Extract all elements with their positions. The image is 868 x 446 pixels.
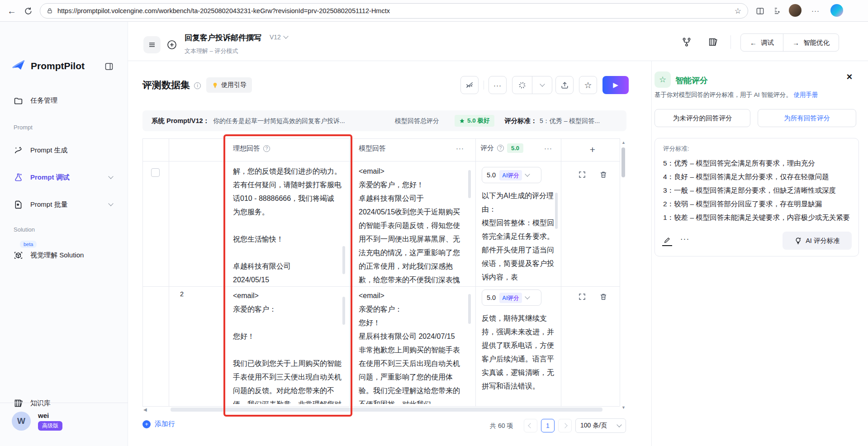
avatar: W	[12, 412, 31, 431]
sidebar-item-task-management[interactable]: 任务管理	[0, 91, 128, 109]
prev-page-button[interactable]	[524, 419, 537, 432]
cell-scrollbar[interactable]	[468, 170, 471, 198]
browser-back-icon[interactable]: ←	[5, 5, 18, 17]
info-icon[interactable]: i	[194, 82, 201, 89]
page-1-button[interactable]: 1	[541, 419, 555, 432]
cell-scrollbar[interactable]	[342, 297, 345, 325]
magic-dropdown-button[interactable]	[532, 76, 552, 94]
version-tree-icon[interactable]	[681, 36, 693, 48]
chevron-down-icon	[283, 33, 288, 38]
url-text[interactable]: https://promptpilot.volcengine.com/workb…	[57, 7, 730, 14]
close-icon[interactable]: ×	[844, 71, 855, 83]
row-checkbox[interactable]	[151, 168, 160, 177]
browser-refresh-icon[interactable]	[22, 5, 34, 17]
page-subtitle: 文本理解 – 评分模式	[185, 47, 238, 55]
guide-chip[interactable]: 使用引导	[206, 77, 252, 93]
cell-scrollbar[interactable]	[342, 246, 345, 274]
cell-scrollbar[interactable]	[468, 294, 471, 324]
ai-criteria-button[interactable]: AI 评分标准	[783, 232, 852, 250]
cell-scrollbar[interactable]	[555, 193, 558, 229]
hide-columns-button[interactable]	[460, 76, 479, 94]
smart-score-title: 智能评分	[675, 75, 708, 86]
run-button[interactable]: ▶	[602, 76, 629, 94]
debug-button[interactable]: ← 调试	[741, 34, 783, 51]
delete-row-icon[interactable]	[598, 291, 609, 302]
version-select[interactable]: V12	[270, 33, 288, 41]
copilot-icon[interactable]	[830, 4, 843, 17]
sidebar-item-prompt-gen[interactable]: Prompt 生成	[0, 141, 128, 159]
sidebar-item-label: Prompt 批量	[30, 200, 68, 209]
score-reason-cell[interactable]: 反馈，期待其继续支持，强调未来改进，并提供了联系电话，方便客户后续沟通。语言平实…	[482, 312, 556, 404]
vertical-scrollbar[interactable]	[621, 147, 625, 177]
main-header: 回复客户投诉邮件撰写 V12 文本理解 – 评分模式 ← 调试 → 智能优化	[128, 22, 868, 61]
vscroll-down-icon[interactable]: ▼	[621, 405, 626, 410]
model-answer-header[interactable]: 模型回答	[359, 144, 386, 153]
expand-row-icon[interactable]	[577, 169, 588, 180]
hscroll-left-icon[interactable]: ◀	[143, 407, 147, 412]
score-select[interactable]: 5.0 AI评分	[482, 289, 541, 306]
cube-scan-icon	[14, 251, 23, 260]
library-icon[interactable]	[707, 36, 719, 48]
optimize-button[interactable]: → 智能优化	[783, 34, 839, 51]
model-answer-cell[interactable]: <email> 亲爱的客户： 您好！ 星辰科技有限公司 2024/07/15 非…	[359, 289, 466, 404]
score-select[interactable]: 5.0 AI评分	[482, 167, 541, 183]
bookmark-star-icon[interactable]: ☆	[735, 6, 741, 16]
add-row-button[interactable]: + 添加行	[142, 420, 175, 428]
user-card[interactable]: W wei 高级版	[12, 412, 62, 431]
ai-criteria-button-label: AI 评分标准	[806, 237, 840, 245]
version-label: V12	[270, 33, 281, 41]
upload-button[interactable]	[555, 76, 574, 94]
model-header-more-icon[interactable]: ···	[456, 144, 464, 152]
criteria-line: 5：优秀 – 模型回答完全满足所有要求，理由充分	[663, 157, 850, 170]
ideal-answer-cell[interactable]: 解，您的反馈是我们进步的动力。若有任何疑问，请随时拨打客服电话010 - 888…	[233, 165, 342, 285]
total-score-label: 模型回答总评分	[395, 117, 439, 125]
table-more-button[interactable]: ···	[489, 76, 507, 94]
menu-button[interactable]	[143, 36, 161, 53]
criteria-more-icon[interactable]: ···	[680, 235, 689, 243]
favorites-bar-icon[interactable]	[772, 5, 783, 16]
split-screen-icon[interactable]	[754, 5, 765, 16]
chevron-down-icon[interactable]	[108, 201, 113, 206]
star-plus-icon: ☆	[659, 75, 666, 85]
sidebar-item-knowledge-base[interactable]: 知识库	[0, 394, 128, 412]
chevron-down-icon[interactable]	[108, 174, 113, 179]
score-unrated-button[interactable]: 为未评分的回答评分	[655, 109, 750, 127]
ideal-answer-cell[interactable]: <email> 亲爱的客户： 您好！ 我们已收到您关于上周购买的智能手表使用不到…	[233, 289, 342, 404]
sidebar: PromptPilot 任务管理 Prompt Prompt 生成	[0, 22, 128, 446]
page-size-select[interactable]: 100 条/页	[575, 418, 626, 433]
system-prompt-bar[interactable]: 系统 Prompt/V12： 你的任务是起草一封简短高效的回复客户投诉... 模…	[142, 110, 626, 131]
lock-icon[interactable]	[47, 8, 53, 14]
arrow-left-icon: ←	[750, 39, 757, 47]
add-column-button[interactable]: +	[583, 142, 602, 157]
total-score-value: 5.0 极好	[467, 117, 490, 125]
manual-link[interactable]: 使用手册	[794, 91, 818, 98]
books-icon	[14, 399, 23, 408]
user-name: wei	[38, 412, 62, 419]
browser-toolbar: ← https://promptpilot.volcengine.com/wor…	[0, 0, 868, 22]
add-version-button[interactable]	[165, 38, 179, 52]
horizontal-scrollbar[interactable]	[171, 408, 602, 412]
browser-more-icon[interactable]: ···	[810, 5, 821, 16]
promptpilot-logo-text: PromptPilot	[31, 61, 85, 71]
magic-wand-button[interactable]	[512, 76, 532, 94]
ideal-answer-header[interactable]: 理想回答 ?	[233, 144, 270, 153]
expand-row-icon[interactable]	[577, 291, 588, 302]
next-page-button[interactable]	[558, 419, 572, 432]
delete-row-icon[interactable]	[598, 169, 609, 180]
sidebar-item-prompt-batch[interactable]: Prompt 批量	[0, 195, 128, 214]
edit-criteria-icon[interactable]	[662, 235, 672, 246]
browser-profile-avatar[interactable]	[789, 4, 802, 17]
favorite-button[interactable]: ☆	[579, 76, 597, 94]
score-reason-cell[interactable]: 以下为AI生成的评分理由： 模型回答整体：模型回答完全满足任务要求。邮件开头使用…	[482, 189, 556, 285]
score-all-button[interactable]: 为所有回答评分	[758, 109, 856, 127]
question-icon[interactable]: ?	[497, 145, 504, 152]
sidebar-item-prompt-debug[interactable]: Prompt 调试	[0, 168, 128, 186]
model-answer-cell[interactable]: <email> 亲爱的客户，您好！ 卓越科技有限公司于 2024/05/15收到…	[359, 165, 466, 285]
vscroll-up-icon[interactable]: ▲	[621, 140, 626, 145]
sidebar-item-vision-solution[interactable]: 视觉理解 Solution	[0, 246, 128, 264]
score-header[interactable]: 评分 ? 5.0	[480, 143, 523, 153]
score-header-more-icon[interactable]: ···	[544, 144, 552, 152]
url-bar[interactable]: https://promptpilot.volcengine.com/workb…	[40, 3, 748, 19]
question-icon[interactable]: ?	[263, 145, 270, 152]
sidebar-collapse-icon[interactable]	[104, 62, 114, 71]
